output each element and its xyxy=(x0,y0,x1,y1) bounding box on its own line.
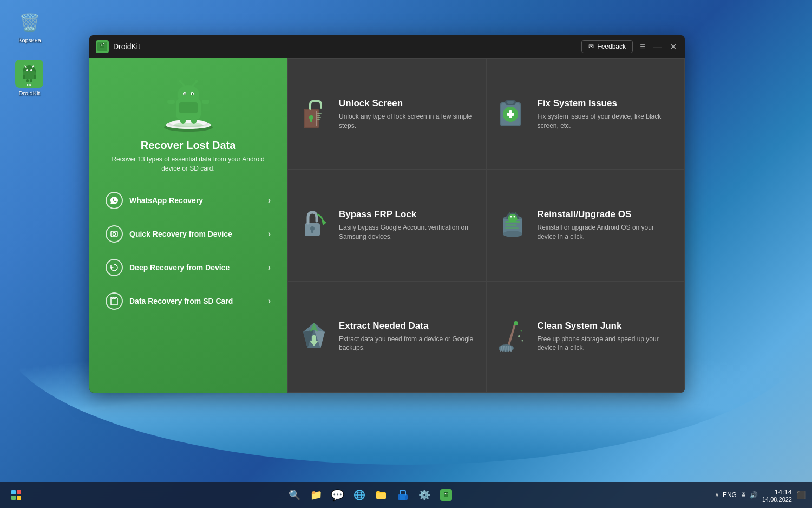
svg-marker-59 xyxy=(323,220,326,225)
start-button[interactable] xyxy=(6,485,26,505)
taskbar-browser-icon[interactable] xyxy=(350,485,369,505)
taskbar-settings-icon[interactable]: ⚙️ xyxy=(415,485,434,505)
bypass-frp-desc: Easily bypass Google Account verificatio… xyxy=(339,223,476,242)
recycle-bin-label: Корзина xyxy=(18,37,41,43)
content-area: Recover Lost Data Recover 13 types of es… xyxy=(89,58,685,393)
svg-rect-10 xyxy=(30,79,32,82)
quick-recovery-label: Quick Recovery from Device xyxy=(129,230,232,238)
droidkit-desktop-icon[interactable]: DK DroidKit xyxy=(8,60,51,96)
fix-system-icon xyxy=(496,98,529,131)
title-controls: ✉ Feedback ≡ — ✕ xyxy=(581,40,678,53)
svg-point-15 xyxy=(101,45,102,46)
sidebar-title: Recover Lost Data xyxy=(141,139,236,152)
sidebar-item-deep-recovery[interactable]: Deep Recovery from Device › xyxy=(95,251,281,284)
bypass-frp-title: Bypass FRP Lock xyxy=(339,209,476,220)
minimize-button[interactable]: — xyxy=(652,41,663,52)
svg-rect-101 xyxy=(400,494,405,500)
fix-system-card[interactable]: Fix System Issues Fix system issues of y… xyxy=(487,59,684,169)
menu-button[interactable]: ≡ xyxy=(637,41,648,52)
recycle-bin-icon[interactable]: 🗑️ Корзина xyxy=(11,11,49,43)
svg-rect-34 xyxy=(167,100,175,104)
whatsapp-label: WhatsApp Recovery xyxy=(129,196,203,205)
svg-point-39 xyxy=(173,123,204,127)
taskbar-date-display: 14.08.2022 xyxy=(762,496,792,503)
svg-rect-47 xyxy=(317,113,322,114)
svg-rect-49 xyxy=(317,117,321,118)
taskbar-clock: 14:14 14.08.2022 xyxy=(762,488,792,503)
feedback-button[interactable]: ✉ Feedback xyxy=(581,40,633,53)
deep-recovery-arrow: › xyxy=(268,263,271,272)
sidebar-item-quick-recovery[interactable]: Quick Recovery from Device › xyxy=(95,218,281,250)
clean-junk-text: Clean System Junk Free up phone storage … xyxy=(538,321,675,353)
app-title: DroidKit xyxy=(113,42,581,51)
unlock-screen-card[interactable]: Unlock Screen Unlock any type of lock sc… xyxy=(288,59,486,169)
svg-rect-37 xyxy=(191,116,197,124)
svg-rect-36 xyxy=(180,116,186,124)
taskbar-time-display: 14:14 xyxy=(762,488,792,496)
svg-point-89 xyxy=(514,321,518,325)
taskbar-search-icon[interactable]: 🔍 xyxy=(285,485,304,505)
svg-rect-72 xyxy=(505,227,519,229)
bypass-frp-text: Bypass FRP Lock Easily bypass Google Acc… xyxy=(339,209,476,242)
taskbar-folder-icon[interactable] xyxy=(371,485,391,505)
svg-rect-55 xyxy=(507,113,514,116)
svg-point-92 xyxy=(521,340,523,342)
notification-icon[interactable]: ⬛ xyxy=(796,491,806,499)
reinstall-os-desc: Reinstall or upgrade Android OS on your … xyxy=(538,223,675,242)
taskbar-files-icon[interactable]: 📁 xyxy=(306,485,326,505)
svg-text:DK: DK xyxy=(27,83,32,87)
sidebar-menu: WhatsApp Recovery › Quick Recovery from … xyxy=(89,184,287,317)
taskbar-right: ∧ ENG 🖥 🔊 14:14 14.08.2022 ⬛ xyxy=(715,488,806,503)
svg-point-4 xyxy=(30,69,32,71)
clean-junk-card[interactable]: Clean System Junk Free up phone storage … xyxy=(487,282,684,392)
sd-card-arrow: › xyxy=(268,296,271,306)
chevron-up-icon[interactable]: ∧ xyxy=(715,491,719,499)
svg-rect-14 xyxy=(100,45,104,48)
fix-system-title: Fix System Issues xyxy=(538,98,675,109)
svg-point-32 xyxy=(179,80,181,83)
svg-point-25 xyxy=(178,85,199,105)
svg-rect-38 xyxy=(179,102,198,113)
extract-data-icon xyxy=(298,320,330,353)
svg-point-41 xyxy=(113,232,116,235)
deep-recovery-label: Deep Recovery from Device xyxy=(129,263,230,272)
reinstall-os-icon xyxy=(496,209,529,242)
svg-rect-35 xyxy=(202,100,209,104)
network-icon: 🖥 xyxy=(740,491,746,499)
svg-rect-8 xyxy=(34,75,36,79)
unlock-screen-desc: Unlock any type of lock screen in a few … xyxy=(339,112,476,131)
taskbar-chat-icon[interactable]: 💬 xyxy=(328,485,348,505)
svg-rect-57 xyxy=(507,101,514,104)
taskbar-app-icon[interactable] xyxy=(436,485,456,505)
sidebar-item-sd-card[interactable]: Data Recovery from SD Card › xyxy=(95,285,281,317)
svg-rect-40 xyxy=(111,231,117,237)
taskbar-store-icon[interactable] xyxy=(393,485,412,505)
close-button[interactable]: ✕ xyxy=(667,41,678,52)
extract-data-text: Extract Needed Data Extract data you nee… xyxy=(339,321,476,353)
quick-recovery-icon xyxy=(106,225,123,243)
mail-icon: ✉ xyxy=(588,43,594,50)
svg-point-67 xyxy=(513,216,515,217)
svg-rect-61 xyxy=(311,230,313,233)
volume-icon[interactable]: 🔊 xyxy=(750,491,758,499)
svg-point-33 xyxy=(195,80,198,83)
reinstall-os-card[interactable]: Reinstall/Upgrade OS Reinstall or upgrad… xyxy=(487,170,684,280)
extract-data-card[interactable]: Extract Needed Data Extract data you nee… xyxy=(288,282,486,392)
fix-system-desc: Fix system issues of your device, like b… xyxy=(538,112,675,131)
quick-recovery-arrow: › xyxy=(268,229,271,239)
sidebar-item-whatsapp[interactable]: WhatsApp Recovery › xyxy=(95,184,281,217)
unlock-screen-icon xyxy=(298,98,330,131)
clean-junk-icon xyxy=(496,320,529,353)
bypass-frp-card[interactable]: Bypass FRP Lock Easily bypass Google Acc… xyxy=(288,170,486,280)
extract-data-title: Extract Needed Data xyxy=(339,321,476,331)
clean-junk-desc: Free up phone storage and speed up your … xyxy=(538,335,675,353)
svg-line-88 xyxy=(510,346,511,351)
feature-grid: Unlock Screen Unlock any type of lock sc… xyxy=(287,58,685,393)
svg-point-28 xyxy=(184,93,186,95)
clean-junk-title: Clean System Junk xyxy=(538,321,675,331)
svg-rect-104 xyxy=(444,494,448,497)
whatsapp-arrow: › xyxy=(268,196,271,205)
svg-rect-7 xyxy=(23,75,25,79)
taskbar: 🔍 📁 💬 xyxy=(0,482,812,508)
droidkit-desktop-label: DroidKit xyxy=(18,90,40,96)
